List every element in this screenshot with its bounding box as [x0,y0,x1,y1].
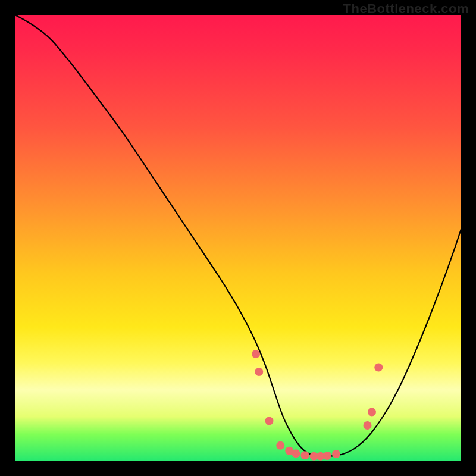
plot-area [15,15,461,461]
highlight-dot [332,450,340,458]
highlight-dot [252,350,260,358]
highlight-dot [374,364,383,372]
highlight-dot [368,408,376,416]
highlight-dots-group [252,350,383,461]
chart-frame: TheBottleneck.com [0,0,476,476]
curve-layer [15,15,461,461]
bottleneck-curve [15,15,461,457]
highlight-dot [323,452,331,460]
highlight-dot [265,417,274,425]
highlight-dot [276,441,284,450]
highlight-dot [292,449,300,458]
highlight-dot [255,368,263,376]
highlight-dot [364,421,372,430]
highlight-dot [301,451,309,459]
